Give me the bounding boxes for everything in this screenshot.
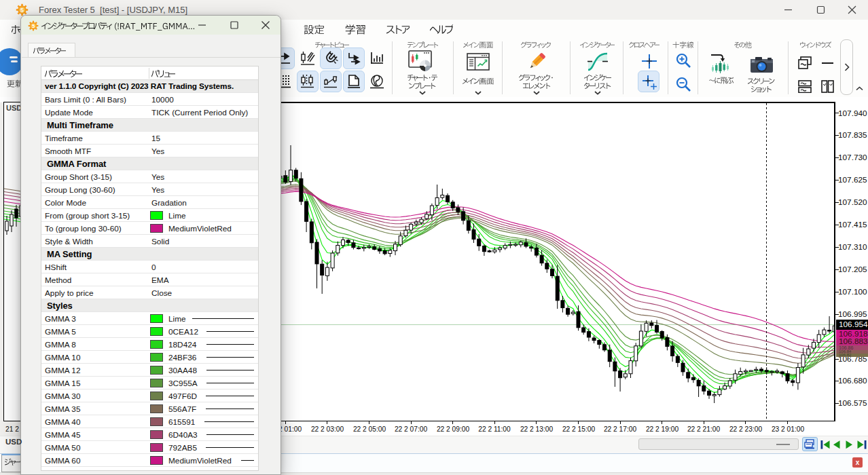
svg-text:5: 5 (20, 7, 24, 14)
svg-text:5: 5 (32, 23, 35, 29)
